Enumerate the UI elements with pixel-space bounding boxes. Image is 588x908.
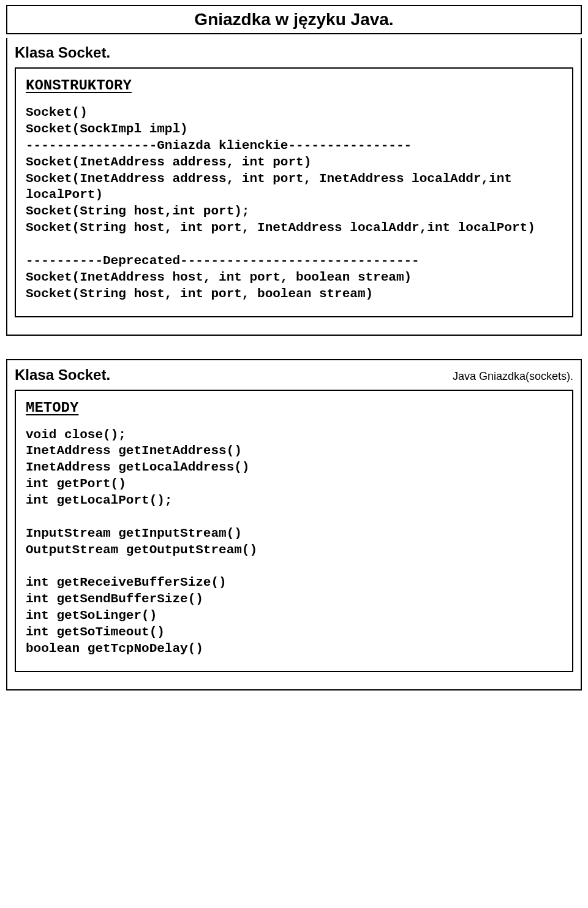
slide1-header-row: Klasa Socket.	[15, 44, 573, 61]
slide2-subheading: METODY	[26, 399, 562, 416]
slide2-outer: Klasa Socket. Java Gniazdka(sockets). ME…	[6, 359, 582, 690]
slide1-inner: KONSTRUKTORY Socket() Socket(SockImpl im…	[15, 67, 573, 317]
slide2-header-row: Klasa Socket. Java Gniazdka(sockets).	[15, 366, 573, 384]
slide1-title: Gniazdka w języku Java.	[6, 5, 582, 34]
slide1-subheading: KONSTRUKTORY	[26, 77, 562, 94]
slide2-section-note: Java Gniazdka(sockets).	[453, 370, 573, 383]
slide1-outer: Klasa Socket. KONSTRUKTORY Socket() Sock…	[6, 38, 582, 336]
slide1-section-label: Klasa Socket.	[15, 44, 110, 61]
slide1-code: Socket() Socket(SockImpl impl) ---------…	[26, 105, 562, 303]
slide2-section-label: Klasa Socket.	[15, 366, 110, 384]
slide2-inner: METODY void close(); InetAddress getInet…	[15, 390, 573, 672]
slide2-code: void close(); InetAddress getInetAddress…	[26, 427, 562, 657]
